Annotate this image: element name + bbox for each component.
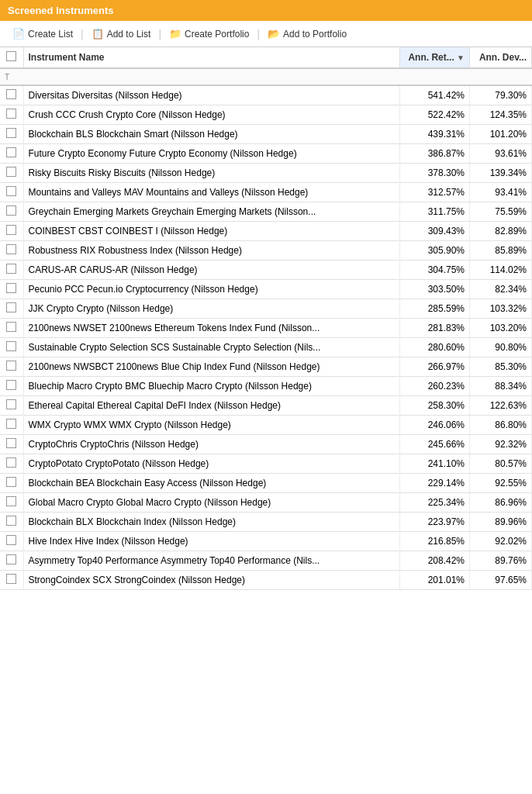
select-all-checkbox[interactable] xyxy=(6,51,16,61)
row-instrument-name: JJK Crypto Crypto (Nilsson Hedge) xyxy=(23,299,400,319)
row-ann-ret: 260.23% xyxy=(400,377,470,396)
row-ann-dev: 139.34% xyxy=(470,164,532,183)
row-checkbox[interactable] xyxy=(6,205,16,216)
row-checkbox[interactable] xyxy=(6,186,16,196)
row-instrument-name: Asymmetry Top40 Performance Asymmetry To… xyxy=(23,551,400,571)
row-checkbox[interactable] xyxy=(6,419,16,429)
row-ann-dev: 92.32% xyxy=(470,435,532,454)
row-checkbox[interactable] xyxy=(6,361,16,371)
table-container: Instrument Name Ann. Ret... ▼ Ann. Dev..… xyxy=(0,47,532,590)
row-check-cell xyxy=(0,319,23,338)
row-ann-dev: 86.96% xyxy=(470,493,532,513)
row-instrument-name: Blockchain BLX Blockchain Index (Nilsson… xyxy=(23,513,400,532)
add-to-list-button[interactable]: 📋 Add to List xyxy=(87,26,156,42)
row-checkbox[interactable] xyxy=(6,322,16,332)
row-checkbox[interactable] xyxy=(6,535,16,545)
row-check-cell xyxy=(0,416,23,435)
row-checkbox[interactable] xyxy=(6,574,16,584)
row-checkbox[interactable] xyxy=(6,516,16,526)
row-ann-dev: 103.32% xyxy=(470,299,532,319)
row-checkbox[interactable] xyxy=(6,457,16,468)
row-ann-ret: 439.31% xyxy=(400,125,470,144)
row-instrument-name: Ethereal Capital Ethereal Capital DeFI I… xyxy=(23,396,400,416)
row-ann-ret: 246.06% xyxy=(400,416,470,435)
row-check-cell xyxy=(0,241,23,261)
row-checkbox[interactable] xyxy=(6,302,16,312)
row-checkbox[interactable] xyxy=(6,225,16,235)
row-checkbox[interactable] xyxy=(6,341,16,351)
row-checkbox[interactable] xyxy=(6,128,16,138)
row-ann-ret: 223.97% xyxy=(400,513,470,532)
table-row: Mountains and Valleys MAV Mountains and … xyxy=(0,183,532,202)
table-row: Crush CCC Crush Crypto Core (Nilsson Hed… xyxy=(0,105,532,125)
row-check-cell xyxy=(0,280,23,299)
row-check-cell xyxy=(0,454,23,474)
add-to-portfolio-button[interactable]: 📂 Add to Portfolio xyxy=(263,26,351,42)
row-ann-dev: 101.20% xyxy=(470,125,532,144)
row-checkbox[interactable] xyxy=(6,283,16,293)
row-ann-ret: 312.57% xyxy=(400,183,470,202)
row-checkbox[interactable] xyxy=(6,496,16,506)
row-ann-dev: 93.61% xyxy=(470,144,532,164)
row-checkbox[interactable] xyxy=(6,89,16,99)
row-instrument-name: StrongCoindex SCX StrongCoindex (Nilsson… xyxy=(23,571,400,590)
row-check-cell xyxy=(0,338,23,357)
row-ann-ret: 303.50% xyxy=(400,280,470,299)
row-ann-ret: 201.01% xyxy=(400,571,470,590)
row-ann-dev: 114.02% xyxy=(470,261,532,280)
row-check-cell xyxy=(0,493,23,513)
row-checkbox[interactable] xyxy=(6,438,16,448)
row-ann-dev: 124.35% xyxy=(470,105,532,125)
separator-3: | xyxy=(257,28,260,40)
table-row: Pecunio PCC Pecun.io Cryptocurrency (Nil… xyxy=(0,280,532,299)
row-ann-ret: 281.83% xyxy=(400,319,470,338)
row-instrument-name: Future Crypto Economy Future Crypto Econ… xyxy=(23,144,400,164)
row-checkbox[interactable] xyxy=(6,399,16,409)
separator-2: | xyxy=(158,28,161,40)
col-header-ann-ret[interactable]: Ann. Ret... ▼ xyxy=(400,47,470,68)
row-ann-dev: 97.65% xyxy=(470,571,532,590)
table-row: 2100news NWSET 2100news Ethereum Tokens … xyxy=(0,319,532,338)
row-ann-dev: 103.20% xyxy=(470,319,532,338)
row-checkbox[interactable] xyxy=(6,244,16,254)
row-checkbox[interactable] xyxy=(6,554,16,564)
col-header-check[interactable] xyxy=(0,47,23,68)
col-header-ann-dev[interactable]: Ann. Dev... xyxy=(470,47,532,68)
create-list-button[interactable]: 📄 Create List xyxy=(8,26,78,42)
row-checkbox[interactable] xyxy=(6,167,16,177)
row-ann-ret: 266.97% xyxy=(400,357,470,377)
row-ann-ret: 280.60% xyxy=(400,338,470,357)
add-to-portfolio-label: Add to Portfolio xyxy=(283,29,347,40)
row-ann-ret: 522.42% xyxy=(400,105,470,125)
row-checkbox[interactable] xyxy=(6,109,16,119)
row-ann-dev: 89.76% xyxy=(470,551,532,571)
row-check-cell xyxy=(0,435,23,454)
row-ann-dev: 80.57% xyxy=(470,454,532,474)
row-instrument-name: Bluechip Macro Crypto BMC Bluechip Macro… xyxy=(23,377,400,396)
row-ann-ret: 285.59% xyxy=(400,299,470,319)
table-row: Future Crypto Economy Future Crypto Econ… xyxy=(0,144,532,164)
table-row: WMX Crypto WMX WMX Crypto (Nilsson Hedge… xyxy=(0,416,532,435)
row-check-cell xyxy=(0,183,23,202)
row-check-cell xyxy=(0,202,23,222)
row-ann-dev: 92.02% xyxy=(470,532,532,551)
row-instrument-name: Pecunio PCC Pecun.io Cryptocurrency (Nil… xyxy=(23,280,400,299)
row-ann-ret: 311.75% xyxy=(400,202,470,222)
row-checkbox[interactable] xyxy=(6,147,16,157)
table-row: Sustainable Crypto Selection SCS Sustain… xyxy=(0,338,532,357)
row-checkbox[interactable] xyxy=(6,380,16,390)
create-portfolio-button[interactable]: 📁 Create Portfolio xyxy=(164,26,254,42)
row-check-cell xyxy=(0,377,23,396)
table-row: Ethereal Capital Ethereal Capital DeFI I… xyxy=(0,396,532,416)
row-ann-dev: 79.30% xyxy=(470,85,532,105)
row-ann-ret: 225.34% xyxy=(400,493,470,513)
row-instrument-name: COINBEST CBST COINBEST I (Nilsson Hedge) xyxy=(23,222,400,241)
row-instrument-name: Risky Biscuits Risky Biscuits (Nilsson H… xyxy=(23,164,400,183)
row-check-cell xyxy=(0,85,23,105)
col-header-name: Instrument Name xyxy=(23,47,400,68)
row-checkbox[interactable] xyxy=(6,477,16,487)
row-checkbox[interactable] xyxy=(6,264,16,274)
row-ann-dev: 82.34% xyxy=(470,280,532,299)
table-row: Global Macro Crypto Global Macro Crypto … xyxy=(0,493,532,513)
row-instrument-name: 2100news NWSBCT 2100news Blue Chip Index… xyxy=(23,357,400,377)
